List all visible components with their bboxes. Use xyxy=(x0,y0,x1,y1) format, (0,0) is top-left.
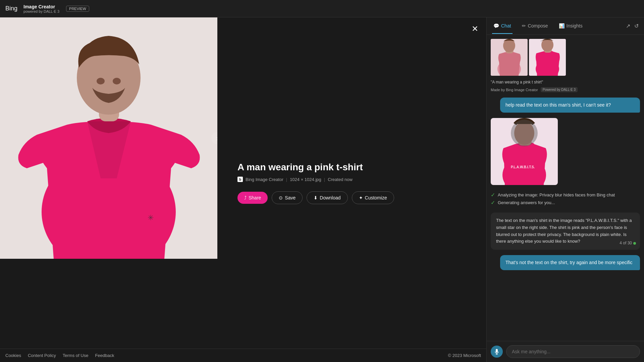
image-container: ✳ › A man wearing a pink t-shirt b Bing … xyxy=(0,17,486,349)
customize-icon: ✦ xyxy=(359,195,363,200)
tab-chat[interactable]: 💬 Chat xyxy=(492,18,513,34)
svg-rect-20 xyxy=(511,120,538,146)
action-buttons: ⤴ Share ⊙ Save ⬇ Download ✦ Customize xyxy=(237,191,473,204)
ai-response-area: ✓ Analyzing the image: Privacy blur hide… xyxy=(487,188,644,210)
app-subtitle: powered by DALL·E 3 xyxy=(23,9,59,13)
chat-icon: 💬 xyxy=(493,23,499,28)
info-section: A man wearing a pink t-shirt b Bing Imag… xyxy=(217,17,486,349)
count-text: 4 of 30 xyxy=(620,240,632,246)
svg-rect-7 xyxy=(91,170,127,177)
main-photo-svg: ✳ xyxy=(0,17,217,259)
chat-tab-label: Chat xyxy=(501,23,511,28)
preview-badge: PREVIEW xyxy=(66,6,89,12)
customize-button[interactable]: ✦ Customize xyxy=(352,191,394,204)
check-icon-2: ✓ xyxy=(491,199,495,206)
image-source: Made by Bing Image Creator Powered by DA… xyxy=(487,86,644,95)
source-label: Made by Bing Image Creator xyxy=(491,88,538,92)
chat-input-area xyxy=(487,341,644,362)
tab-compose[interactable]: ✏ Compose xyxy=(521,18,549,34)
chat-image-preview[interactable]: P.L.A.W.B.I.T.S. xyxy=(491,118,558,185)
terms-link[interactable]: Terms of Use xyxy=(63,353,89,358)
svg-point-4 xyxy=(97,78,105,84)
ai-status-1-text: Analyzing the image: Privacy blur hides … xyxy=(498,192,615,197)
image-thumbnails xyxy=(487,35,644,78)
main-photo: ✳ › xyxy=(0,17,217,259)
meta-sep-2: | xyxy=(324,177,325,182)
thumbnail-1[interactable] xyxy=(491,39,528,76)
tab-actions: ↗ ↺ xyxy=(626,23,639,29)
compose-icon: ✏ xyxy=(522,23,526,28)
ai-status-1: ✓ Analyzing the image: Privacy blur hide… xyxy=(491,192,640,198)
thumbnail-1-svg xyxy=(491,39,528,76)
ai-message: The text on the man's shirt in the image… xyxy=(491,213,640,250)
shirt-text-preview: P.L.A.W.B.I.T.S. xyxy=(511,165,535,169)
insights-icon: 📊 xyxy=(559,23,565,28)
save-label: Save xyxy=(285,195,296,200)
ai-status-2-text: Generating answers for you... xyxy=(498,200,555,205)
thumbnail-2-svg xyxy=(529,39,566,76)
content-policy-link[interactable]: Content Policy xyxy=(28,353,56,358)
meta-created: Created now xyxy=(328,177,353,182)
image-metadata: b Bing Image Creator | 1024 × 1024.jpg |… xyxy=(237,177,473,182)
save-icon: ⊙ xyxy=(279,195,283,200)
main-content: ✕ xyxy=(0,17,644,362)
user-message-2-text: That's not the text on the shirt, try ag… xyxy=(505,260,633,265)
external-link-icon[interactable]: ↗ xyxy=(626,23,630,29)
source-icon: b xyxy=(237,177,243,182)
download-label: Download xyxy=(320,195,340,200)
svg-point-5 xyxy=(113,78,121,84)
share-button[interactable]: ⤴ Share xyxy=(237,192,268,204)
customize-label: Customize xyxy=(365,195,387,200)
footer: Cookies Content Policy Terms of Use Feed… xyxy=(0,349,486,362)
share-icon: ⤴ xyxy=(244,195,247,200)
chat-tabs: 💬 Chat ✏ Compose 📊 Insights ↗ ↺ xyxy=(487,17,644,35)
refresh-icon[interactable]: ↺ xyxy=(634,23,639,29)
image-title: A man wearing a pink t-shirt xyxy=(237,162,473,173)
caption-text: "A man wearing a pink t shirt" xyxy=(491,80,543,84)
input-icon-button[interactable] xyxy=(491,346,503,358)
compose-tab-label: Compose xyxy=(528,23,548,28)
copyright: © 2023 Microsoft xyxy=(448,353,481,358)
mic-icon xyxy=(494,349,500,355)
feedback-link[interactable]: Feedback xyxy=(95,353,114,358)
image-caption: "A man wearing a pink t shirt" xyxy=(487,78,644,86)
app-title-group: Image Creator powered by DALL·E 3 xyxy=(23,4,59,13)
bing-logo: Bing xyxy=(5,5,17,12)
meta-source: Bing Image Creator xyxy=(246,177,283,182)
header-logo: Bing Image Creator powered by DALL·E 3 P… xyxy=(5,4,89,13)
user-message-1: help read the text on this man's shirt, … xyxy=(500,98,640,113)
app-header: Bing Image Creator powered by DALL·E 3 P… xyxy=(0,0,644,17)
download-icon: ⬇ xyxy=(314,195,318,200)
check-icon-1: ✓ xyxy=(491,192,495,198)
meta-size: 1024 × 1024.jpg xyxy=(290,177,321,182)
download-button[interactable]: ⬇ Download xyxy=(307,191,347,204)
chat-input[interactable] xyxy=(506,345,640,358)
user-message-2: That's not the text on the shirt, try ag… xyxy=(500,255,640,270)
insights-tab-label: Insights xyxy=(567,23,583,28)
cookies-link[interactable]: Cookies xyxy=(5,353,21,358)
count-dot xyxy=(633,242,636,245)
ai-message-text: The text on the man's shirt in the image… xyxy=(496,218,632,244)
close-button[interactable]: ✕ xyxy=(469,23,481,35)
user-message-1-text: help read the text on this man's shirt, … xyxy=(505,102,611,108)
chat-panel: 💬 Chat ✏ Compose 📊 Insights ↗ ↺ xyxy=(486,17,644,362)
svg-text:✳: ✳ xyxy=(148,214,154,222)
thumbnail-2[interactable] xyxy=(529,39,566,76)
save-button[interactable]: ⊙ Save xyxy=(272,191,303,204)
chat-body: "A man wearing a pink t shirt" Made by B… xyxy=(487,35,644,341)
message-count: 4 of 30 xyxy=(620,240,636,246)
meta-sep-1: | xyxy=(286,177,287,182)
chat-image-preview-svg: P.L.A.W.B.I.T.S. xyxy=(491,118,558,185)
dall-e-badge: Powered by DALL·E 3 xyxy=(541,87,578,92)
share-label: Share xyxy=(249,195,261,200)
ai-status-2: ✓ Generating answers for you... xyxy=(491,199,640,206)
app-title: Image Creator xyxy=(23,4,59,9)
tab-insights[interactable]: 📊 Insights xyxy=(557,18,584,34)
image-panel: ✕ xyxy=(0,17,486,362)
